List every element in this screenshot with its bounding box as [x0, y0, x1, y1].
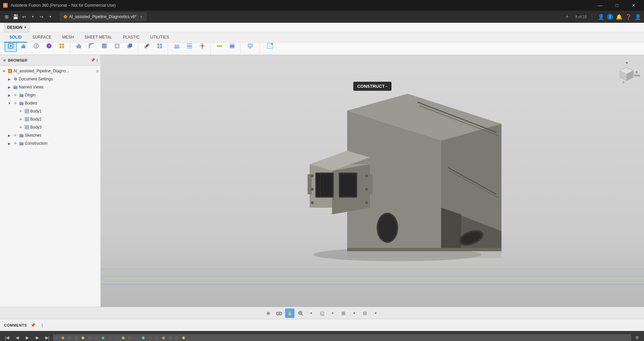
construction-visibility-icon[interactable]: 👁	[13, 141, 18, 146]
viewport-options-dropdown-button[interactable]: ▼	[371, 309, 380, 318]
zoom-dropdown-button[interactable]: ▼	[307, 309, 316, 318]
extrude-button[interactable]	[17, 43, 30, 52]
viewport[interactable]: CONSTRUCT -	[101, 55, 644, 307]
grid-button[interactable]: ⊞	[339, 309, 348, 318]
measure-button[interactable]	[213, 43, 225, 52]
tl-icon-14[interactable]: ⬟	[140, 335, 146, 341]
timeline-next-button[interactable]: ▶	[33, 333, 42, 341]
pan-button[interactable]: ✋	[285, 309, 294, 318]
tl-icon-8[interactable]: ⬟	[100, 335, 106, 341]
tl-icon-13[interactable]: ⬡	[133, 335, 140, 341]
timeline-start-button[interactable]: |◀	[3, 333, 11, 341]
undo-button[interactable]: ↩	[20, 13, 28, 21]
browser-body3-item[interactable]: ▶ 👁 Body3	[0, 123, 100, 131]
browser-origin-item[interactable]: ▶ 👁 Origin	[0, 91, 100, 99]
assemble-label[interactable]: ASSEMBLE ▼	[144, 54, 163, 55]
body2-visibility-icon[interactable]: 👁	[18, 117, 23, 122]
tl-icon-1[interactable]: ⬡	[53, 335, 59, 341]
tl-icon-17[interactable]: ⬟	[160, 335, 166, 341]
origin-visibility-icon[interactable]: 👁	[13, 92, 18, 98]
tl-icon-15[interactable]: ⬠	[147, 335, 153, 341]
tl-icon-19[interactable]: ⬡	[174, 335, 180, 341]
tl-icon-6[interactable]: ⬠	[87, 335, 93, 341]
tl-icon-9[interactable]: ⬠	[107, 335, 113, 341]
tab-solid[interactable]: SOLID	[4, 32, 27, 43]
maximize-button[interactable]: □	[609, 0, 625, 11]
sweep-button[interactable]	[43, 43, 55, 52]
save-button[interactable]: 💾	[11, 13, 19, 21]
joint-button[interactable]	[141, 43, 153, 52]
timeline-end-button[interactable]: ▶|	[43, 333, 52, 341]
account-button[interactable]: 👤	[635, 14, 641, 20]
timeline-track[interactable]: ⬡ ⬟ ⬠ ⬡ ⬟ ⬠ ⬡ ⬟ ⬠ ⬡ ⬟ ⬠ ⬡ ⬟ ⬠ ⬡ ⬟ ⬠ ⬡ ⬟	[53, 334, 631, 341]
bodies-visibility-icon[interactable]: 👁	[13, 100, 18, 106]
offset-plane-button[interactable]	[171, 43, 183, 52]
section-analysis-button[interactable]	[226, 43, 238, 52]
browser-construction-item[interactable]: ▶ 👁 Construction	[0, 139, 100, 147]
create-label[interactable]: CREATE ▼	[29, 54, 44, 55]
redo-dropdown-button[interactable]: ▼	[46, 13, 54, 21]
tab-surface[interactable]: SURFACE	[27, 32, 57, 43]
notifications-button[interactable]: 🔔	[616, 14, 623, 20]
display-button[interactable]: ◱	[317, 309, 327, 318]
orbit-button[interactable]: ⊕	[264, 309, 273, 318]
tl-icon-18[interactable]: ⬠	[167, 335, 173, 341]
minimize-button[interactable]: —	[592, 0, 608, 11]
revolve-button[interactable]	[30, 43, 42, 52]
browser-bodies-item[interactable]: ▼ 👁 Bodies	[0, 99, 100, 107]
fillet-button[interactable]	[86, 43, 98, 52]
shell-button[interactable]	[111, 43, 123, 52]
insert-canvas-button[interactable]	[244, 43, 256, 52]
design-menu-button[interactable]: DESIGN ▼	[4, 23, 30, 32]
viewport-options-button[interactable]: ⊟	[360, 309, 370, 318]
browser-document-settings-item[interactable]: ▶ ⚙ Document Settings	[0, 75, 100, 83]
view-cube[interactable]: RIGHT Z↑ N E	[613, 59, 640, 86]
comments-pin-button[interactable]: 📌	[30, 322, 36, 329]
add-tab-button[interactable]: +	[566, 14, 569, 20]
look-at-button[interactable]	[274, 309, 284, 318]
tl-icon-10[interactable]: ⬡	[113, 335, 119, 341]
browser-expand-button[interactable]: |	[97, 58, 98, 62]
tl-icon-5[interactable]: ⬟	[80, 335, 86, 341]
comments-expand-button[interactable]: |	[39, 322, 46, 329]
insert-label[interactable]: INSERT ▼	[243, 54, 258, 55]
timeline-prev-button[interactable]: ◀	[13, 333, 21, 341]
tl-icon-2[interactable]: ⬟	[60, 335, 66, 341]
inspect-label[interactable]: INSPECT ▼	[218, 54, 234, 55]
sketches-visibility-icon[interactable]: 👁	[13, 133, 18, 138]
tab-mesh[interactable]: MESH	[57, 32, 79, 43]
close-button[interactable]: ✕	[626, 0, 641, 11]
select-label[interactable]: SELECT ▼	[263, 54, 278, 55]
browser-root-item[interactable]: ▼ F AI_assisted_Pipeline_Diagno... ⚙	[0, 67, 100, 75]
browser-sketches-item[interactable]: ▶ 👁 Sketches	[0, 131, 100, 139]
redo-button[interactable]: ↪	[38, 13, 46, 21]
create-more-button[interactable]	[56, 43, 68, 52]
tl-icon-12[interactable]: ⬠	[127, 335, 133, 341]
timeline-play-button[interactable]: ▶	[23, 333, 32, 341]
tab-utilities[interactable]: UTILITIES	[145, 32, 174, 43]
tl-icon-3[interactable]: ⬠	[66, 335, 72, 341]
tab-sheetmetal[interactable]: SHEET METAL	[79, 32, 117, 43]
tl-icon-4[interactable]: ⬡	[73, 335, 79, 341]
body1-visibility-icon[interactable]: 👁	[18, 109, 23, 114]
select-button[interactable]	[264, 43, 276, 52]
timeline-settings-button[interactable]: ⚙	[633, 333, 641, 341]
browser-collapse-icon[interactable]: ◀	[3, 58, 5, 62]
browser-body1-item[interactable]: ▶ 👁 Body1	[0, 107, 100, 115]
axis-button[interactable]	[196, 43, 208, 52]
grid-dropdown-button[interactable]: ▼	[350, 309, 359, 318]
body3-visibility-icon[interactable]: 👁	[18, 125, 23, 130]
chamfer-button[interactable]	[98, 43, 110, 52]
tab-plastic[interactable]: PLASTIC	[117, 32, 145, 43]
tl-icon-11[interactable]: ⬟	[120, 335, 126, 341]
modify-label[interactable]: MODIFY ▼	[97, 54, 112, 55]
midplane-button[interactable]	[183, 43, 196, 52]
tab-close-button[interactable]: ✕	[140, 15, 143, 19]
help-button[interactable]: ❓	[625, 14, 632, 20]
grid-apps-button[interactable]: ⊞	[3, 13, 11, 21]
tl-icon-16[interactable]: ⬡	[154, 335, 160, 341]
tl-icon-7[interactable]: ⬡	[93, 335, 99, 341]
browser-body2-item[interactable]: ▶ 👁 Body2	[0, 115, 100, 123]
zoom-button[interactable]	[296, 309, 305, 318]
press-pull-button[interactable]	[73, 43, 85, 52]
